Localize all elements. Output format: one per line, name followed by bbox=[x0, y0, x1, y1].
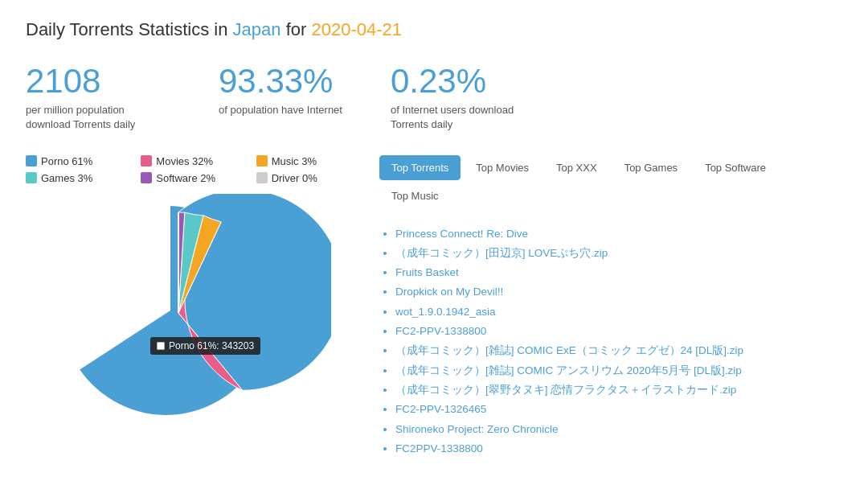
torrent-link-3[interactable]: Dropkick on My Devil!! bbox=[395, 286, 503, 298]
list-item: Princess Connect! Re: Dive bbox=[395, 224, 842, 244]
torrent-link-9[interactable]: FC2-PPV-1326465 bbox=[395, 403, 486, 415]
stat-block-2: 0.23% of Internet users download Torrent… bbox=[391, 63, 535, 133]
torrent-link-7[interactable]: （成年コミック）[雑誌] COMIC アンスリウム 2020年5月号 [DL版]… bbox=[395, 364, 742, 376]
pie-tooltip: Porno 61%: 343203 bbox=[150, 337, 260, 355]
list-item: Shironeko Project: Zero Chronicle bbox=[395, 420, 842, 439]
legend-label-3: Games 3% bbox=[41, 172, 92, 184]
stat-label-1: of population have Internet bbox=[219, 103, 342, 117]
tab-top-software[interactable]: Top Software bbox=[693, 155, 778, 180]
legend-item-2: Music 3% bbox=[256, 155, 363, 167]
tab-top-movies[interactable]: Top Movies bbox=[464, 155, 541, 180]
legend-label-4: Software 2% bbox=[156, 172, 215, 184]
list-item: FC2PPV-1338800 bbox=[395, 439, 842, 458]
legend-label-5: Driver 0% bbox=[272, 172, 317, 184]
legend-dot-4 bbox=[141, 172, 152, 183]
stat-block-1: 93.33% of population have Internet bbox=[219, 63, 342, 133]
page-title: Daily Torrents Statistics in Japan for 2… bbox=[26, 19, 842, 40]
title-date: 2020-04-21 bbox=[311, 19, 402, 39]
stat-number-2: 0.23% bbox=[391, 63, 535, 100]
title-country: Japan bbox=[233, 19, 281, 39]
legend-item-4: Software 2% bbox=[141, 172, 248, 184]
tab-top-music[interactable]: Top Music bbox=[379, 183, 451, 208]
legend-dot-2 bbox=[256, 155, 268, 167]
torrent-link-11[interactable]: FC2PPV-1338800 bbox=[395, 442, 483, 454]
torrent-link-6[interactable]: （成年コミック）[雑誌] COMIC ExE（コミック エグゼ）24 [DL版]… bbox=[395, 344, 743, 356]
torrent-link-10[interactable]: Shironeko Project: Zero Chronicle bbox=[395, 423, 559, 435]
list-item: Fruits Basket bbox=[395, 263, 842, 282]
legend-item-3: Games 3% bbox=[26, 172, 133, 184]
main-content: Porno 61% Movies 32% Music 3% Games 3% S… bbox=[26, 155, 842, 459]
torrent-link-1[interactable]: （成年コミック）[田辺京] LOVEぷち穴.zip bbox=[395, 247, 608, 259]
torrent-link-2[interactable]: Fruits Basket bbox=[395, 266, 459, 278]
tooltip-text: Porno 61%: 343203 bbox=[169, 340, 254, 352]
torrent-link-0[interactable]: Princess Connect! Re: Dive bbox=[395, 228, 528, 240]
title-prefix: Daily Torrents Statistics in bbox=[26, 19, 233, 39]
list-item: （成年コミック）[田辺京] LOVEぷち穴.zip bbox=[395, 244, 842, 263]
legend: Porno 61% Movies 32% Music 3% Games 3% S… bbox=[26, 155, 363, 184]
chart-area: Porno 61% Movies 32% Music 3% Games 3% S… bbox=[26, 155, 363, 459]
legend-item-0: Porno 61% bbox=[26, 155, 133, 167]
legend-dot-5 bbox=[256, 172, 268, 183]
legend-item-5: Driver 0% bbox=[256, 172, 363, 184]
list-item: FC2-PPV-1338800 bbox=[395, 322, 842, 341]
tab-top-games[interactable]: Top Games bbox=[612, 155, 690, 180]
list-item: Dropkick on My Devil!! bbox=[395, 282, 842, 302]
pie-chart-container: Porno 61%: 343203 bbox=[26, 194, 331, 419]
title-middle: for bbox=[281, 19, 312, 39]
legend-dot-3 bbox=[26, 172, 37, 183]
torrent-link-5[interactable]: FC2-PPV-1338800 bbox=[395, 325, 486, 337]
stat-label-2: of Internet users download Torrents dail… bbox=[391, 103, 535, 132]
legend-label-0: Porno 61% bbox=[41, 155, 92, 167]
torrent-list: Princess Connect! Re: Dive （成年コミック）[田辺京]… bbox=[379, 224, 842, 459]
torrent-link-8[interactable]: （成年コミック）[翠野タヌキ] 恋情フラクタス＋イラストカード.zip bbox=[395, 384, 736, 396]
list-item: （成年コミック）[雑誌] COMIC アンスリウム 2020年5月号 [DL版]… bbox=[395, 361, 842, 380]
tooltip-dot bbox=[157, 342, 165, 350]
list-item: （成年コミック）[翠野タヌキ] 恋情フラクタス＋イラストカード.zip bbox=[395, 380, 842, 400]
stat-number-0: 2108 bbox=[26, 63, 170, 100]
torrent-link-4[interactable]: wot_1.9.0.1942_asia bbox=[395, 306, 496, 318]
legend-label-1: Movies 32% bbox=[156, 155, 213, 167]
tabs: Top Torrents Top Movies Top XXX Top Game… bbox=[379, 155, 842, 208]
list-item: wot_1.9.0.1942_asia bbox=[395, 302, 842, 322]
legend-dot-0 bbox=[26, 155, 37, 167]
pie-chart bbox=[26, 194, 331, 419]
list-item: FC2-PPV-1326465 bbox=[395, 400, 842, 419]
legend-item-1: Movies 32% bbox=[141, 155, 248, 167]
stat-block-0: 2108 per million population download Tor… bbox=[26, 63, 170, 133]
tab-top-torrents[interactable]: Top Torrents bbox=[379, 155, 461, 180]
right-area: Top Torrents Top Movies Top XXX Top Game… bbox=[379, 155, 842, 459]
legend-label-2: Music 3% bbox=[272, 155, 317, 167]
stat-label-0: per million population download Torrents… bbox=[26, 103, 170, 132]
stats-row: 2108 per million population download Tor… bbox=[26, 63, 842, 133]
stat-number-1: 93.33% bbox=[219, 63, 342, 100]
legend-dot-1 bbox=[141, 155, 152, 167]
tab-top-xxx[interactable]: Top XXX bbox=[544, 155, 609, 180]
list-item: （成年コミック）[雑誌] COMIC ExE（コミック エグゼ）24 [DL版]… bbox=[395, 341, 842, 360]
